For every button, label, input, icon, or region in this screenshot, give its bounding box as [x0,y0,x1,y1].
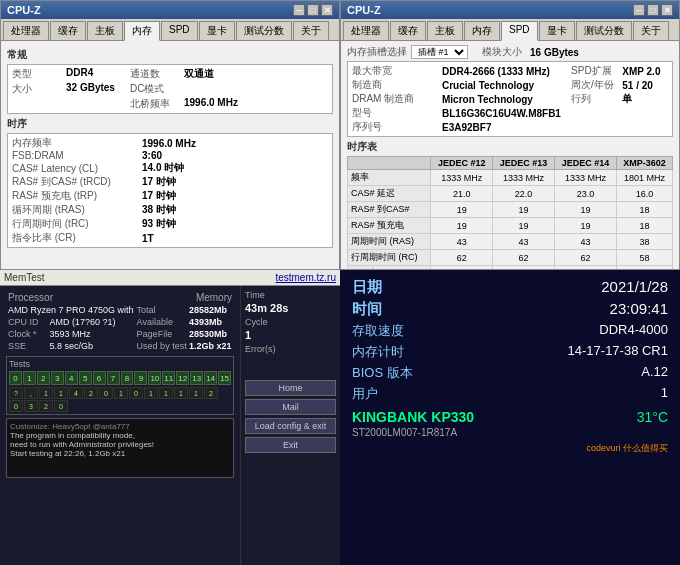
tab-about-left[interactable]: 关于 [293,21,329,40]
titlebar-left: CPU-Z ─ □ ✕ [1,1,339,19]
timing-section-right: 时序表 [347,140,673,154]
minimize-btn-left[interactable]: ─ [293,4,305,16]
close-btn-left[interactable]: ✕ [321,4,333,16]
tab-cache-right[interactable]: 缓存 [390,21,426,40]
type-label: 类型 [12,67,62,81]
timing-table-left: 内存频率 1996.0 MHz FSB:DRAM 3:60 CAS# Laten… [12,136,328,245]
jedec-row-4: 周期时间 (RAS)43434338 [348,234,673,250]
clock-value: 3593 MHz [49,329,134,339]
mfr-value: Crucial Technology [442,78,571,92]
timing-row-3: RAS# 到CAS# (tRCD) 17 时钟 [12,175,328,189]
timing-value-5: 38 时钟 [142,203,328,217]
timing-row-7: 指令比率 (CR) 1T [12,231,328,245]
channel-value: 双通道 [184,67,254,81]
dram-mfr-value: Micron Technology [442,92,571,106]
test-numbers-row: 0123456789101112131415 [9,371,231,385]
timing-row-1: FSB:DRAM 3:60 [12,150,328,161]
tab-board-right[interactable]: 主板 [427,21,463,40]
tab-cache-left[interactable]: 缓存 [50,21,86,40]
memtest-buttons-group: Home Mail Load config & exit Exit [245,380,336,453]
normal-section-label: 常规 [7,48,333,62]
jedec-cell-6-2 [554,266,616,270]
sse-label: SSE [8,341,47,351]
time-stat-value: 43m 28s [245,302,336,314]
spd-content: 内存插槽选择 插槽 #1 插槽 #2 模块大小 16 GBytes 最大带宽 D… [341,41,679,269]
date-value: 2021/1/28 [429,278,668,297]
mem-avail-label: Available [137,317,187,327]
jedec-row-6: 命令率 (CR) [348,266,673,270]
model-label: 型号 [352,106,442,120]
test-num-0: 0 [9,371,22,385]
test-result-9: 1 [144,387,158,399]
rank-value: 单 [622,92,668,106]
mfr-label: 制造商 [352,78,442,92]
memtest-body: Processor Memory AMD Ryzen 7 PRO 4750G w… [0,286,340,565]
jedec-cell-6-1 [493,266,555,270]
tab-about-right[interactable]: 关于 [633,21,669,40]
test-num-6: 6 [93,371,106,385]
brand-row: KINGBANK KP330 31°C [352,409,668,425]
tab-spd-left[interactable]: SPD [161,21,198,40]
jedec-row-1: CAS# 延迟21.022.023.016.0 [348,186,673,202]
timing-label-1: FSB:DRAM [12,150,142,161]
info-panel: 日期 2021/1/28 时间 23:09:41 存取速度 DDR4-4000 … [340,270,680,565]
tab-memory-left[interactable]: 内存 [124,21,160,41]
mem-used-label: Used by test [137,341,187,351]
jedec-row-label-4: 周期时间 (RAS) [348,234,431,250]
memtest-site-link[interactable]: testmem.tz.ru [275,272,336,283]
maximize-btn-right[interactable]: □ [647,4,659,16]
test-result-3: 1 [54,387,68,399]
minimize-btn-right[interactable]: ─ [633,4,645,16]
log-line-3: Start testing at 22:26, 1.2Gb x21 [10,449,230,458]
tab-board-left[interactable]: 主板 [87,21,123,40]
jedec-cell-6-3 [616,266,672,270]
tab-scores-left[interactable]: 测试分数 [236,21,292,40]
tab-gpu-left[interactable]: 显卡 [199,21,235,40]
jedec-cell-3-0: 19 [431,218,493,234]
home-button[interactable]: Home [245,380,336,396]
slot-select[interactable]: 插槽 #1 插槽 #2 [411,45,468,59]
exit-button[interactable]: Exit [245,437,336,453]
test-result-4: 4 [69,387,83,399]
cycle-stat-label: Cycle [245,317,336,327]
jedec-header-row-label [348,157,431,170]
tab-scores-right[interactable]: 测试分数 [576,21,632,40]
tab-processor-right[interactable]: 处理器 [343,21,389,40]
tab-gpu-right[interactable]: 显卡 [539,21,575,40]
jedec-cell-0-1: 1333 MHz [493,170,555,186]
timing-value: 14-17-17-38 CR1 [429,343,668,361]
tab-memory-right[interactable]: 内存 [464,21,500,40]
mail-button[interactable]: Mail [245,399,336,415]
user-value: 1 [429,385,668,403]
bottom-half: MemTest testmem.tz.ru Processor Memory A… [0,270,680,565]
jedec-header-2: JEDEC #14 [554,157,616,170]
jedec-row-0: 频率1333 MHz1333 MHz1333 MHz1801 MHz [348,170,673,186]
week-year-label: 周次/年份 [571,78,622,92]
test-num-4: 4 [65,371,78,385]
test-result-15: 3 [24,400,38,412]
jedec-row-label-3: RAS# 预充电 [348,218,431,234]
clock-label: Clock * [8,329,47,339]
memtest-panel: MemTest testmem.tz.ru Processor Memory A… [0,270,340,565]
test-num-3: 3 [51,371,64,385]
jedec-cell-1-1: 22.0 [493,186,555,202]
timing-value-4: 17 时钟 [142,189,328,203]
jedec-cell-0-3: 1801 MHz [616,170,672,186]
close-btn-right[interactable]: ✕ [661,4,673,16]
module-size-value: 16 GBytes [530,47,579,58]
freq-label-placeholder [12,97,62,111]
spd-slot-row: 内存插槽选择 插槽 #1 插槽 #2 模块大小 16 GBytes [347,45,673,59]
tab-spd-right[interactable]: SPD [501,21,538,41]
memory-section-header: Memory [137,292,232,303]
jedec-cell-1-0: 21.0 [431,186,493,202]
rank-label: 行列 [571,92,622,106]
test-num-2: 2 [37,371,50,385]
test-result-0: ? [9,387,23,399]
test-num-15: 15 [218,371,231,385]
test-num-13: 13 [190,371,203,385]
processor-info-table: Processor Memory AMD Ryzen 7 PRO 4750G w… [6,290,234,353]
tab-processor-left[interactable]: 处理器 [3,21,49,40]
load-config-button[interactable]: Load config & exit [245,418,336,434]
maximize-btn-left[interactable]: □ [307,4,319,16]
size-label: 大小 [12,82,62,96]
